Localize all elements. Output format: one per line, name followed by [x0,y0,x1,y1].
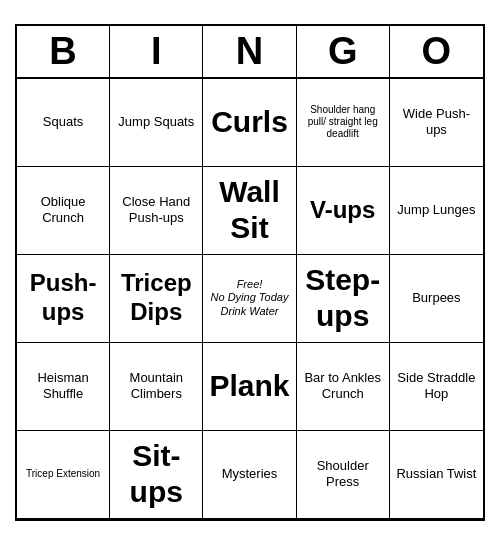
bingo-cell: Jump Lunges [390,167,483,255]
bingo-cell: Sit-ups [110,431,203,519]
bingo-cell: Shoulder hang pull/ straight leg deadlif… [297,79,390,167]
bingo-cell: Wall Sit [203,167,296,255]
bingo-cell: Curls [203,79,296,167]
bingo-cell: Heisman Shuffle [17,343,110,431]
bingo-cell: Push-ups [17,255,110,343]
bingo-cell: Burpees [390,255,483,343]
bingo-header: BINGO [17,26,483,79]
header-letter: B [17,26,110,77]
bingo-cell: Squats [17,79,110,167]
header-letter: N [203,26,296,77]
bingo-grid: SquatsJump SquatsCurlsShoulder hang pull… [17,79,483,519]
header-letter: O [390,26,483,77]
header-letter: I [110,26,203,77]
bingo-cell: Side Straddle Hop [390,343,483,431]
bingo-cell: Mountain Climbers [110,343,203,431]
bingo-card: BINGO SquatsJump SquatsCurlsShoulder han… [15,24,485,521]
header-letter: G [297,26,390,77]
bingo-cell: Shoulder Press [297,431,390,519]
bingo-cell: Close Hand Push-ups [110,167,203,255]
bingo-cell: Plank [203,343,296,431]
bingo-cell: Russian Twist [390,431,483,519]
bingo-cell: Tricep Extension [17,431,110,519]
bingo-cell: Bar to Ankles Crunch [297,343,390,431]
bingo-cell: Free! No Dying Today Drink Water [203,255,296,343]
bingo-cell: Oblique Crunch [17,167,110,255]
bingo-cell: V-ups [297,167,390,255]
bingo-cell: Mysteries [203,431,296,519]
bingo-cell: Tricep Dips [110,255,203,343]
bingo-cell: Jump Squats [110,79,203,167]
bingo-cell: Step-ups [297,255,390,343]
bingo-cell: Wide Push-ups [390,79,483,167]
